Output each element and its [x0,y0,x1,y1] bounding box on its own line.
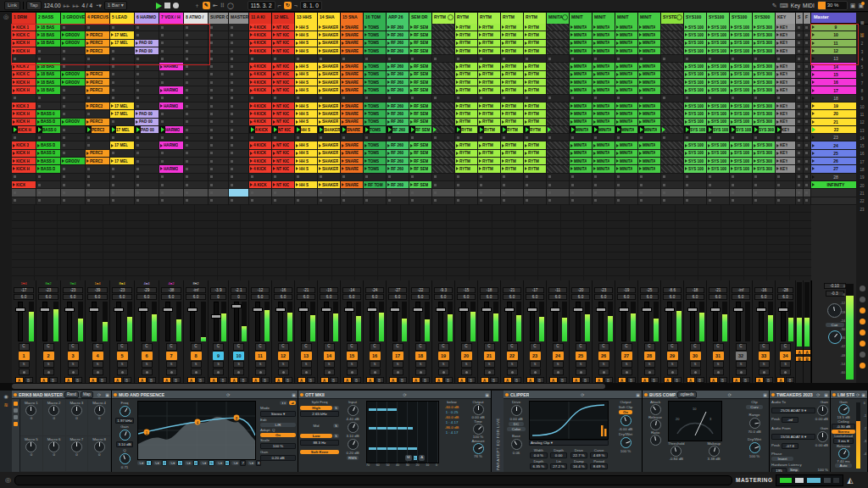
clip[interactable]: KEY [776,150,796,158]
clip[interactable]: PAD 00 [135,126,159,134]
clip-slot[interactable] [86,189,110,197]
clip[interactable]: BASS D [36,165,61,173]
crossfade-a-button[interactable]: A [187,377,196,383]
clip[interactable]: NT KIC [272,40,295,47]
clip-stop-button[interactable] [434,97,437,99]
track-activator[interactable]: 7 [166,352,177,360]
clip-stop-button[interactable] [617,199,620,202]
clip-slot[interactable] [12,134,36,141]
clip[interactable]: SNARE [341,150,364,158]
clip-slot[interactable] [455,189,478,197]
fader-area[interactable] [110,301,134,343]
volume-value[interactable]: 6.0 [87,294,108,300]
crossfade-assign[interactable]: C [736,343,747,351]
track-activator[interactable]: 4 [92,352,103,360]
crossfade-b-button[interactable]: B [74,377,82,383]
high-freq-value[interactable]: 2.65 kHz [300,411,339,417]
clip-stop-button[interactable] [251,199,253,202]
track-header[interactable]: 1 DRM [12,13,36,24]
track-header[interactable]: 12 MEL [272,13,295,24]
clip[interactable]: KEY [776,165,796,173]
arm-button[interactable] [576,369,587,375]
clip-slot[interactable] [707,189,730,197]
clip[interactable]: NT KIC [272,103,295,110]
volume-value[interactable]: 6.0 [297,294,315,300]
crossfade-a-button[interactable]: A [389,377,398,383]
clip-stop-button[interactable] [709,136,711,139]
clip-stop-button[interactable] [663,191,665,194]
scene-slot[interactable]: 13 [811,55,856,63]
arm-button[interactable] [598,369,609,375]
clip-stop-button[interactable] [210,81,213,84]
peak-level-value[interactable]: -12 [251,287,270,293]
mode-value[interactable]: Stereo ▾ [260,411,296,417]
clip-stop-button[interactable] [112,175,114,178]
clip-slot[interactable] [272,55,295,63]
clip[interactable]: SHAKER [318,126,341,134]
clip-stop-button[interactable] [14,97,16,99]
group-slot[interactable] [661,71,684,79]
crossfade-b-button[interactable]: B [25,377,33,383]
scene-slot[interactable]: 26 [811,158,856,165]
clip-slot[interactable] [229,47,249,55]
clip-slot[interactable] [229,174,249,181]
adapt-q-value[interactable]: On [260,433,296,437]
solo-button[interactable]: S [324,361,335,368]
arm-button[interactable] [166,369,177,375]
clip-stop-button[interactable] [136,65,139,68]
solo-button[interactable]: S [117,361,128,368]
arm-button[interactable] [213,369,224,375]
clip[interactable]: RYTM [478,141,501,149]
track-activator[interactable]: 28 [644,352,655,360]
clip-stop-button[interactable] [805,168,808,170]
arm-button[interactable] [644,369,655,375]
fader-handle[interactable] [114,308,124,312]
peak-level-value[interactable]: -2.1 [231,287,248,293]
clip-slot[interactable] [796,197,804,205]
clip-stop-button[interactable] [548,175,551,178]
capture-icon[interactable]: ◯ [227,2,234,9]
clip[interactable]: MINITA [593,110,615,118]
clip-slot[interactable] [524,55,547,63]
time-signature[interactable]: 4 / 4 [81,3,92,8]
fader-handle[interactable] [15,308,25,312]
clip-slot[interactable] [341,174,364,181]
scene-slot[interactable]: 18 [811,95,856,103]
crossfade-b-button[interactable]: B [172,377,181,383]
clip-slot[interactable] [135,197,159,205]
clip-slot[interactable] [159,134,184,141]
lookahead-dropdown[interactable]: 3 ms ▾ [833,438,854,444]
clip-slot[interactable] [318,189,341,197]
clip[interactable]: SYS 100 [707,119,730,126]
clip-stop-button[interactable] [617,184,620,186]
clip[interactable]: SHAKER [318,71,341,79]
clip-stop-button[interactable] [777,58,780,60]
clip-stop-button[interactable] [87,58,90,60]
clip[interactable]: SYS 100 [684,40,707,47]
stat-value[interactable]: 4.69 % [590,452,607,458]
clip[interactable]: TOMS [364,71,387,79]
group-slot[interactable] [661,31,684,39]
clip[interactable]: SYS 100 [684,126,707,134]
volume-value[interactable]: 6.0 [732,294,750,300]
group-slot[interactable] [661,110,684,118]
ratio-knob[interactable] [650,435,661,446]
clip[interactable]: MINITA [638,119,661,126]
clip-slot[interactable] [804,119,811,126]
fader-handle[interactable] [527,308,537,312]
clip-stop-button[interactable] [594,184,597,186]
clip-slot[interactable] [229,103,249,110]
clip-slot[interactable] [184,181,209,189]
track-activator[interactable]: 3 [68,352,79,360]
clip-slot[interactable] [318,55,341,63]
filter-type-icon[interactable]: ∿▾ [231,461,239,465]
clip-slot[interactable] [61,134,86,141]
peak-level-value[interactable]: -11 [548,287,567,293]
crossfade-assign[interactable]: C [301,343,312,351]
clip[interactable]: RF SEM [409,150,432,158]
clip-slot[interactable] [209,134,229,141]
clip-slot[interactable] [661,55,684,63]
band-number[interactable]: 1 [146,460,151,466]
clip-stop-button[interactable] [805,144,808,147]
clip-slot[interactable] [615,181,638,189]
